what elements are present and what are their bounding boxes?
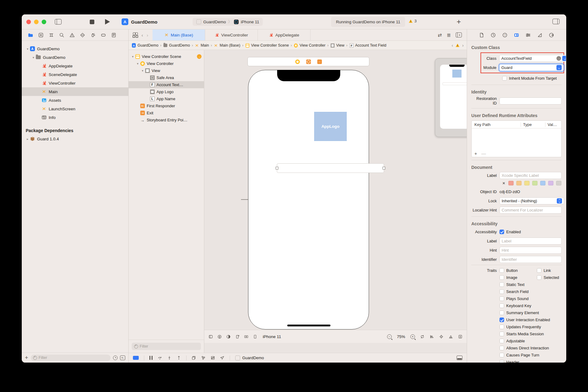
trait-keyboard-key[interactable]: Keyboard Key (499, 303, 531, 308)
connections-inspector-icon[interactable] (549, 32, 554, 38)
disclosure-triangle[interactable]: ▾ (25, 47, 30, 51)
trait-checkbox[interactable] (499, 303, 504, 308)
inherit-module-checkbox[interactable] (502, 76, 507, 81)
embed-icon[interactable] (458, 334, 462, 339)
debug-icon[interactable] (90, 32, 96, 38)
navigator-item-main[interactable]: ✕Main (22, 87, 128, 96)
pause-icon[interactable] (149, 356, 153, 360)
trait-user-interaction-enabled[interactable]: User Interaction Enabled (499, 318, 550, 322)
navigator-item-info[interactable]: Info (22, 113, 128, 122)
lock-dropdown[interactable] (499, 197, 564, 204)
zoom-in-icon[interactable]: + (410, 334, 415, 339)
reports-icon[interactable] (111, 32, 116, 38)
scheme-target[interactable]: GuardDemo (203, 20, 226, 24)
next-issue-icon[interactable]: › (462, 43, 464, 48)
orientation-icon[interactable] (235, 334, 239, 339)
add-constraints-icon[interactable] (439, 334, 443, 339)
jumpbar-segment[interactable]: View Controller (294, 43, 326, 48)
add-file-button[interactable]: + (25, 354, 28, 361)
first-responder-dock-icon[interactable] (306, 59, 311, 64)
restoration-id-input[interactable] (502, 99, 560, 103)
trait-checkbox[interactable] (537, 268, 541, 273)
trait-image[interactable]: Image (499, 275, 537, 280)
accessibility-icon[interactable] (217, 334, 222, 339)
variants-icon[interactable] (244, 334, 248, 339)
navigator-filter-input[interactable] (39, 356, 108, 360)
app-logo-view[interactable]: AppLogo (314, 112, 347, 141)
memory-graph-icon[interactable] (201, 356, 205, 360)
identity-inspector-icon[interactable] (514, 32, 519, 38)
outline-filter[interactable] (132, 343, 201, 350)
disclosure-triangle[interactable]: ▾ (140, 69, 145, 72)
navigator-item-appdelegate[interactable]: AppDelegate (22, 62, 128, 70)
related-items-icon[interactable] (133, 32, 138, 37)
jumpbar-segment[interactable]: AGuardDemo (132, 43, 158, 48)
device-name[interactable]: iPhone 11 (263, 334, 281, 339)
trait-adjustable[interactable]: Adjustable (499, 339, 525, 343)
trait-checkbox[interactable] (499, 289, 504, 294)
breakpoints-icon[interactable] (101, 32, 106, 38)
localizer-hint-input[interactable] (502, 208, 560, 212)
resize-handle-right[interactable] (383, 167, 385, 169)
iphone-scene[interactable]: AppLogo (248, 70, 369, 329)
disclosure-triangle[interactable]: ▸ (25, 137, 30, 141)
trait-button[interactable]: Button (499, 268, 537, 273)
a11y-label-input[interactable] (502, 239, 560, 243)
trait-search-field[interactable]: Search Field (499, 289, 529, 294)
trait-checkbox[interactable] (499, 275, 504, 280)
previous-issue-icon[interactable]: ‹ (452, 43, 453, 48)
environment-overrides-icon[interactable] (211, 356, 215, 360)
trait-selected[interactable]: Selected (537, 275, 559, 280)
jumpbar-segment[interactable]: View (330, 43, 345, 48)
trait-checkbox[interactable] (499, 296, 504, 301)
scheme-selector[interactable]: GuardDemo 〉 iPhone 11 (193, 18, 263, 26)
toggle-navigator-icon[interactable] (55, 19, 62, 25)
scene-arrow-icon[interactable]: → (197, 54, 202, 59)
navigator-item-assets[interactable]: Assets (22, 96, 128, 105)
run-button[interactable] (105, 19, 110, 25)
color-swatch[interactable] (540, 181, 545, 185)
adjust-editor-icon[interactable]: ≣ (447, 32, 451, 38)
appearance-icon[interactable] (226, 334, 231, 339)
resolve-autolayout-icon[interactable] (449, 334, 453, 339)
trait-checkbox[interactable] (499, 268, 504, 273)
zoom-out-icon[interactable]: − (387, 334, 392, 339)
size-inspector-icon[interactable] (537, 32, 542, 38)
a11y-identifier-input[interactable] (502, 257, 560, 262)
jumpbar-segment[interactable]: ✕Main (195, 43, 209, 48)
tests-icon[interactable] (80, 32, 85, 38)
doc-label-field[interactable] (499, 172, 562, 179)
view-controller-dock-icon[interactable] (295, 59, 300, 64)
jumpbar-segment[interactable]: GuardDemo (163, 43, 190, 48)
module-field[interactable] (499, 64, 564, 71)
trait-header[interactable]: Header (499, 360, 519, 363)
color-swatch[interactable] (548, 181, 553, 185)
outline-item-view[interactable]: ▾View (129, 67, 204, 74)
navigator-item-guarddemo[interactable]: ▾AGuardDemo (22, 44, 128, 53)
outline-item-safe-area[interactable]: Safe Area (129, 74, 204, 81)
warning-icon[interactable] (455, 43, 460, 48)
device-icon[interactable] (253, 334, 257, 339)
outline-item-first-responder[interactable]: 01First Responder (129, 102, 204, 109)
minimize-window-button[interactable] (34, 20, 39, 24)
class-dropdown-icon[interactable] (562, 56, 566, 61)
trait-link[interactable]: Link (537, 268, 551, 273)
trait-summary-element[interactable]: Summary Element (499, 310, 539, 315)
navigator-item-viewcontroller[interactable]: ViewController (22, 79, 128, 87)
zoom-window-button[interactable] (42, 20, 46, 24)
a11y-label-field[interactable] (499, 238, 562, 245)
step-into-icon[interactable] (167, 356, 172, 360)
navigator-filter[interactable] (31, 355, 111, 361)
breakpoints-toggle[interactable] (133, 356, 139, 360)
udra-table[interactable]: Key PathTypeVal… + — (471, 120, 562, 157)
trait-checkbox[interactable] (537, 275, 541, 280)
a11y-identifier-field[interactable] (499, 256, 562, 263)
update-frames-icon[interactable] (420, 334, 424, 339)
outline-item-view-controller[interactable]: ▾View Controller (129, 60, 204, 67)
outline-item-app-logo[interactable]: App Logo (129, 88, 204, 95)
outline-item-exit[interactable]: ⇥Exit (129, 109, 204, 116)
stop-button[interactable] (90, 20, 94, 24)
outline-filter-input[interactable] (140, 344, 198, 348)
outline-item-app-name[interactable]: LApp Name (129, 95, 204, 102)
history-inspector-icon[interactable] (491, 32, 496, 38)
